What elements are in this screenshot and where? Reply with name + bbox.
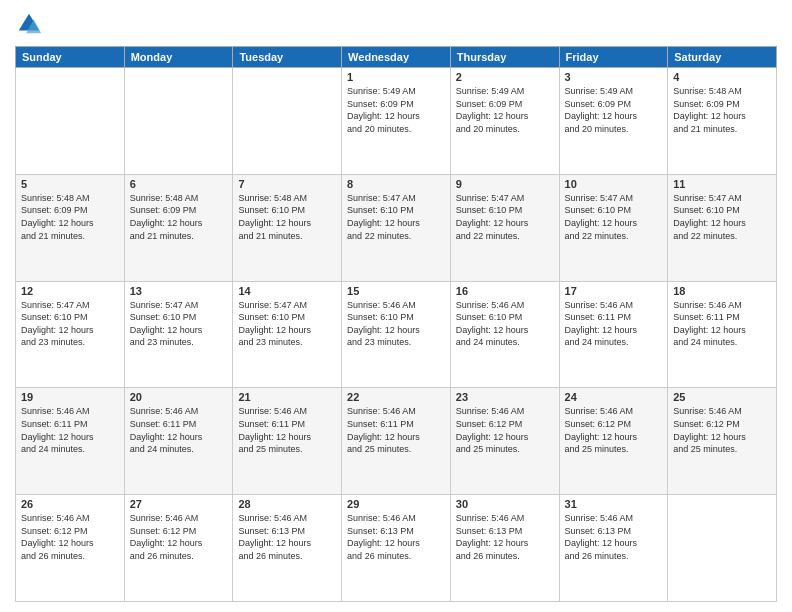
day-number: 19 [21,391,119,403]
day-cell: 27Sunrise: 5:46 AM Sunset: 6:12 PM Dayli… [124,495,233,602]
day-cell: 6Sunrise: 5:48 AM Sunset: 6:09 PM Daylig… [124,174,233,281]
day-number: 30 [456,498,554,510]
day-number: 25 [673,391,771,403]
day-info: Sunrise: 5:46 AM Sunset: 6:12 PM Dayligh… [673,405,771,455]
day-number: 21 [238,391,336,403]
day-info: Sunrise: 5:46 AM Sunset: 6:11 PM Dayligh… [347,405,445,455]
day-info: Sunrise: 5:46 AM Sunset: 6:11 PM Dayligh… [21,405,119,455]
day-cell [124,68,233,175]
day-info: Sunrise: 5:46 AM Sunset: 6:13 PM Dayligh… [238,512,336,562]
day-info: Sunrise: 5:47 AM Sunset: 6:10 PM Dayligh… [673,192,771,242]
day-cell [668,495,777,602]
day-cell: 10Sunrise: 5:47 AM Sunset: 6:10 PM Dayli… [559,174,668,281]
col-header-tuesday: Tuesday [233,47,342,68]
day-cell: 20Sunrise: 5:46 AM Sunset: 6:11 PM Dayli… [124,388,233,495]
day-number: 29 [347,498,445,510]
day-info: Sunrise: 5:46 AM Sunset: 6:13 PM Dayligh… [347,512,445,562]
day-cell: 5Sunrise: 5:48 AM Sunset: 6:09 PM Daylig… [16,174,125,281]
day-number: 7 [238,178,336,190]
day-cell: 4Sunrise: 5:48 AM Sunset: 6:09 PM Daylig… [668,68,777,175]
day-number: 4 [673,71,771,83]
calendar-table: SundayMondayTuesdayWednesdayThursdayFrid… [15,46,777,602]
day-cell: 18Sunrise: 5:46 AM Sunset: 6:11 PM Dayli… [668,281,777,388]
day-number: 28 [238,498,336,510]
day-info: Sunrise: 5:48 AM Sunset: 6:09 PM Dayligh… [673,85,771,135]
day-number: 13 [130,285,228,297]
day-info: Sunrise: 5:48 AM Sunset: 6:09 PM Dayligh… [130,192,228,242]
day-number: 12 [21,285,119,297]
day-number: 23 [456,391,554,403]
col-header-saturday: Saturday [668,47,777,68]
week-row-4: 19Sunrise: 5:46 AM Sunset: 6:11 PM Dayli… [16,388,777,495]
day-number: 11 [673,178,771,190]
day-number: 9 [456,178,554,190]
day-number: 16 [456,285,554,297]
day-cell: 28Sunrise: 5:46 AM Sunset: 6:13 PM Dayli… [233,495,342,602]
day-cell: 31Sunrise: 5:46 AM Sunset: 6:13 PM Dayli… [559,495,668,602]
day-cell: 1Sunrise: 5:49 AM Sunset: 6:09 PM Daylig… [342,68,451,175]
day-cell [16,68,125,175]
day-info: Sunrise: 5:47 AM Sunset: 6:10 PM Dayligh… [347,192,445,242]
day-info: Sunrise: 5:46 AM Sunset: 6:11 PM Dayligh… [565,299,663,349]
day-number: 6 [130,178,228,190]
day-number: 20 [130,391,228,403]
day-cell: 7Sunrise: 5:48 AM Sunset: 6:10 PM Daylig… [233,174,342,281]
day-info: Sunrise: 5:47 AM Sunset: 6:10 PM Dayligh… [565,192,663,242]
day-cell: 21Sunrise: 5:46 AM Sunset: 6:11 PM Dayli… [233,388,342,495]
day-info: Sunrise: 5:46 AM Sunset: 6:11 PM Dayligh… [130,405,228,455]
day-info: Sunrise: 5:49 AM Sunset: 6:09 PM Dayligh… [347,85,445,135]
col-header-thursday: Thursday [450,47,559,68]
day-cell: 24Sunrise: 5:46 AM Sunset: 6:12 PM Dayli… [559,388,668,495]
day-info: Sunrise: 5:47 AM Sunset: 6:10 PM Dayligh… [21,299,119,349]
day-info: Sunrise: 5:46 AM Sunset: 6:13 PM Dayligh… [565,512,663,562]
day-info: Sunrise: 5:47 AM Sunset: 6:10 PM Dayligh… [238,299,336,349]
day-info: Sunrise: 5:46 AM Sunset: 6:13 PM Dayligh… [456,512,554,562]
day-info: Sunrise: 5:46 AM Sunset: 6:12 PM Dayligh… [21,512,119,562]
day-info: Sunrise: 5:48 AM Sunset: 6:10 PM Dayligh… [238,192,336,242]
day-cell: 13Sunrise: 5:47 AM Sunset: 6:10 PM Dayli… [124,281,233,388]
week-row-1: 1Sunrise: 5:49 AM Sunset: 6:09 PM Daylig… [16,68,777,175]
day-cell: 23Sunrise: 5:46 AM Sunset: 6:12 PM Dayli… [450,388,559,495]
day-cell: 9Sunrise: 5:47 AM Sunset: 6:10 PM Daylig… [450,174,559,281]
day-info: Sunrise: 5:49 AM Sunset: 6:09 PM Dayligh… [456,85,554,135]
day-cell: 29Sunrise: 5:46 AM Sunset: 6:13 PM Dayli… [342,495,451,602]
day-number: 5 [21,178,119,190]
day-number: 2 [456,71,554,83]
day-cell: 30Sunrise: 5:46 AM Sunset: 6:13 PM Dayli… [450,495,559,602]
day-number: 15 [347,285,445,297]
day-info: Sunrise: 5:49 AM Sunset: 6:09 PM Dayligh… [565,85,663,135]
day-number: 18 [673,285,771,297]
day-cell: 17Sunrise: 5:46 AM Sunset: 6:11 PM Dayli… [559,281,668,388]
day-cell: 8Sunrise: 5:47 AM Sunset: 6:10 PM Daylig… [342,174,451,281]
day-number: 24 [565,391,663,403]
day-number: 1 [347,71,445,83]
day-number: 3 [565,71,663,83]
col-header-sunday: Sunday [16,47,125,68]
header [15,10,777,38]
day-number: 26 [21,498,119,510]
page: SundayMondayTuesdayWednesdayThursdayFrid… [0,0,792,612]
day-number: 17 [565,285,663,297]
day-info: Sunrise: 5:46 AM Sunset: 6:11 PM Dayligh… [238,405,336,455]
col-header-friday: Friday [559,47,668,68]
day-cell: 25Sunrise: 5:46 AM Sunset: 6:12 PM Dayli… [668,388,777,495]
day-info: Sunrise: 5:46 AM Sunset: 6:12 PM Dayligh… [565,405,663,455]
day-cell: 19Sunrise: 5:46 AM Sunset: 6:11 PM Dayli… [16,388,125,495]
week-row-2: 5Sunrise: 5:48 AM Sunset: 6:09 PM Daylig… [16,174,777,281]
day-number: 14 [238,285,336,297]
day-number: 10 [565,178,663,190]
day-cell: 12Sunrise: 5:47 AM Sunset: 6:10 PM Dayli… [16,281,125,388]
day-info: Sunrise: 5:46 AM Sunset: 6:12 PM Dayligh… [456,405,554,455]
week-row-5: 26Sunrise: 5:46 AM Sunset: 6:12 PM Dayli… [16,495,777,602]
day-number: 8 [347,178,445,190]
col-header-wednesday: Wednesday [342,47,451,68]
col-header-monday: Monday [124,47,233,68]
day-cell: 11Sunrise: 5:47 AM Sunset: 6:10 PM Dayli… [668,174,777,281]
week-row-3: 12Sunrise: 5:47 AM Sunset: 6:10 PM Dayli… [16,281,777,388]
day-cell: 14Sunrise: 5:47 AM Sunset: 6:10 PM Dayli… [233,281,342,388]
day-info: Sunrise: 5:46 AM Sunset: 6:10 PM Dayligh… [347,299,445,349]
day-info: Sunrise: 5:48 AM Sunset: 6:09 PM Dayligh… [21,192,119,242]
day-cell: 16Sunrise: 5:46 AM Sunset: 6:10 PM Dayli… [450,281,559,388]
logo-icon [15,10,43,38]
day-cell: 3Sunrise: 5:49 AM Sunset: 6:09 PM Daylig… [559,68,668,175]
